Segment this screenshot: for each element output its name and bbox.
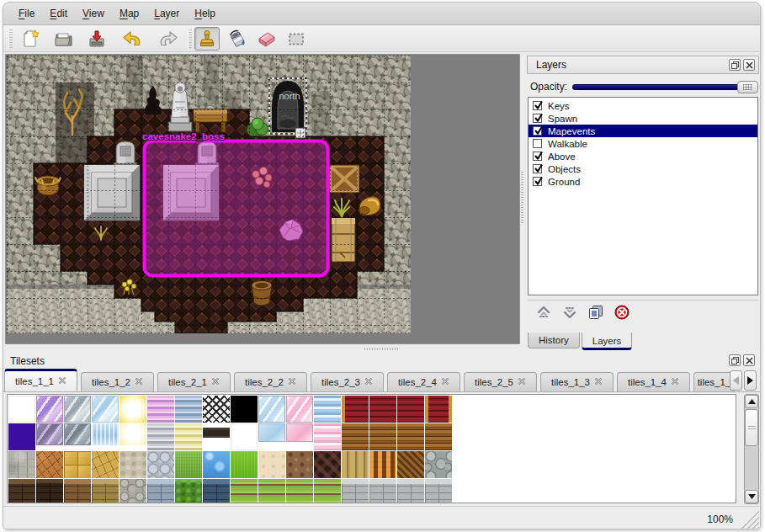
undo-button[interactable] — [120, 27, 146, 51]
tileset-tab-tiles_2_4[interactable]: tiles_2_4 — [387, 372, 460, 391]
palette-scrollbar[interactable] — [744, 394, 759, 504]
lower-layer-button[interactable] — [560, 303, 579, 322]
tab-history[interactable]: History — [528, 332, 580, 348]
tab-close-icon[interactable] — [594, 377, 603, 387]
palette-tile-cave-floor[interactable] — [314, 451, 341, 478]
palette-tile-stone-blocks[interactable] — [8, 451, 35, 478]
tab-scroll-right-button[interactable] — [744, 370, 757, 391]
tab-close-icon[interactable] — [441, 377, 449, 387]
layer-row-mapevents[interactable]: Mapevents — [529, 125, 757, 137]
palette-tile-glass-violet-dark[interactable] — [36, 423, 63, 445]
palette-tile-river-stones[interactable] — [425, 451, 452, 478]
resize-grip[interactable] — [737, 508, 759, 529]
palette-tile-stripe-blue[interactable] — [175, 396, 202, 423]
palette-tile-glass-violet[interactable] — [36, 396, 63, 423]
palette-tile-curtain-blue[interactable] — [314, 396, 341, 423]
palette-tile-dirt-brown[interactable] — [286, 451, 313, 478]
tab-close-icon[interactable] — [135, 377, 143, 387]
menu-file[interactable]: File — [11, 4, 42, 24]
layers-panel-titlebar[interactable]: Layers — [527, 56, 759, 74]
palette-tile-carpet-red-trim[interactable] — [425, 396, 452, 423]
menu-layer[interactable]: Layer — [146, 4, 187, 24]
palette-tile-glass-blue[interactable] — [92, 396, 119, 423]
palette-tile-brick-dark2[interactable] — [36, 479, 63, 503]
tileset-tab-tiles_1_3[interactable]: tiles_1_3 — [540, 372, 614, 391]
close-button[interactable] — [743, 59, 755, 71]
palette-tile-tiles-gold[interactable] — [64, 451, 91, 478]
palette-tile-pebbles-beige[interactable] — [120, 451, 146, 478]
eraser-tool-button[interactable] — [254, 27, 279, 51]
opacity-slider[interactable] — [572, 80, 758, 93]
tab-close-icon[interactable] — [671, 377, 679, 387]
palette-tile-wood-planks[interactable] — [369, 423, 396, 450]
palette-tile-grass-rows[interactable] — [314, 479, 341, 503]
palette-tile-glass-pink[interactable] — [286, 396, 313, 423]
tileset-tab-tiles_2_1[interactable]: tiles_2_1 — [157, 372, 231, 391]
palette-tile-brick-navy[interactable] — [203, 479, 230, 503]
layer-checkbox[interactable] — [533, 139, 542, 148]
palette-tile-hedge-green[interactable] — [175, 479, 202, 503]
layer-row-above[interactable]: Above — [529, 150, 757, 162]
layer-checkbox[interactable] — [533, 101, 542, 110]
palette-tile-lattice[interactable] — [203, 396, 230, 423]
tab-close-icon[interactable] — [288, 377, 296, 387]
menu-help[interactable]: Help — [187, 4, 223, 24]
tileset-tab-tiles_1_2[interactable]: tiles_1_2 — [81, 372, 154, 391]
tileset-tab-tiles_2_2[interactable]: tiles_2_2 — [234, 372, 307, 391]
palette-tile-brick-gray[interactable] — [369, 479, 396, 503]
palette-tile-sand-pale[interactable] — [258, 451, 285, 478]
toolbar-separator-grip[interactable] — [188, 29, 192, 49]
palette-tile-stripe-gray[interactable] — [147, 423, 174, 450]
palette-tile-herringbone[interactable] — [397, 451, 424, 478]
palette-tile-brick-dark[interactable] — [8, 479, 35, 503]
delete-layer-button[interactable] — [613, 303, 631, 322]
scrollbar-thumb[interactable] — [745, 409, 758, 446]
layer-checkbox[interactable] — [533, 177, 542, 186]
tab-scroll-left-button[interactable] — [730, 370, 742, 391]
gate-resize-handle[interactable] — [295, 128, 305, 138]
map-canvas[interactable]: north cavesnake2_boss — [5, 54, 520, 344]
palette-tile-water-shimmer[interactable] — [92, 423, 119, 445]
palette-tile-brick-brown[interactable] — [64, 479, 91, 503]
layer-row-spawn[interactable]: Spawn — [529, 112, 757, 125]
duplicate-layer-button[interactable] — [587, 303, 605, 322]
palette-tile-white[interactable] — [8, 396, 35, 423]
new-file-button[interactable] — [19, 27, 45, 51]
palette-tile-carpet-red[interactable] — [397, 396, 424, 423]
opacity-slider-handle[interactable] — [737, 81, 758, 93]
palette-tile-glass-gray-dark[interactable] — [64, 423, 91, 445]
palette-tile-glass-blue2[interactable] — [258, 396, 285, 423]
palette-tile-brick-blue[interactable] — [147, 479, 174, 503]
palette-tile-plaque[interactable] — [203, 423, 230, 450]
tilesets-float-button[interactable] — [729, 354, 741, 366]
stamp-tool-button[interactable] — [194, 27, 220, 51]
layer-row-keys[interactable]: Keys — [529, 99, 757, 112]
palette-tile-carpet-red[interactable] — [369, 396, 396, 423]
redo-button[interactable] — [155, 27, 180, 51]
menu-view[interactable]: View — [75, 4, 112, 24]
tab-close-icon[interactable] — [58, 376, 66, 386]
map-selection[interactable] — [145, 141, 328, 276]
palette-tile-glass-blue-sm[interactable] — [258, 423, 285, 442]
tab-close-icon[interactable] — [364, 377, 373, 387]
select-tool-button[interactable] — [284, 27, 309, 51]
palette-tile-brick-gray[interactable] — [397, 479, 424, 503]
tileset-palette[interactable] — [7, 394, 736, 503]
palette-tile-water-blue[interactable] — [203, 451, 230, 478]
save-button[interactable] — [84, 27, 109, 51]
palette-tile-stripe-pink[interactable] — [147, 396, 174, 423]
map-scene[interactable]: north cavesnake2_boss — [7, 56, 411, 333]
palette-tile-white[interactable] — [231, 423, 258, 450]
menu-edit[interactable]: Edit — [42, 4, 75, 24]
palette-tile-grass-green[interactable] — [175, 451, 202, 478]
float-button[interactable] — [729, 59, 741, 71]
tileset-tab-tiles_1_1[interactable]: tiles_1_1 — [4, 369, 77, 391]
palette-tile-stripe-yellow[interactable] — [175, 423, 202, 450]
palette-tile-glow-pale[interactable] — [120, 423, 146, 445]
tileset-tab-tiles_2_3[interactable]: tiles_2_3 — [311, 372, 384, 391]
tileset-tab-tiles_1_4[interactable]: tiles_1_4 — [617, 372, 690, 391]
palette-tile-wood-planks[interactable] — [425, 423, 452, 450]
layer-row-ground[interactable]: Ground — [529, 175, 757, 188]
tab-close-icon[interactable] — [518, 377, 526, 387]
palette-tile-glass-gray[interactable] — [64, 396, 91, 423]
